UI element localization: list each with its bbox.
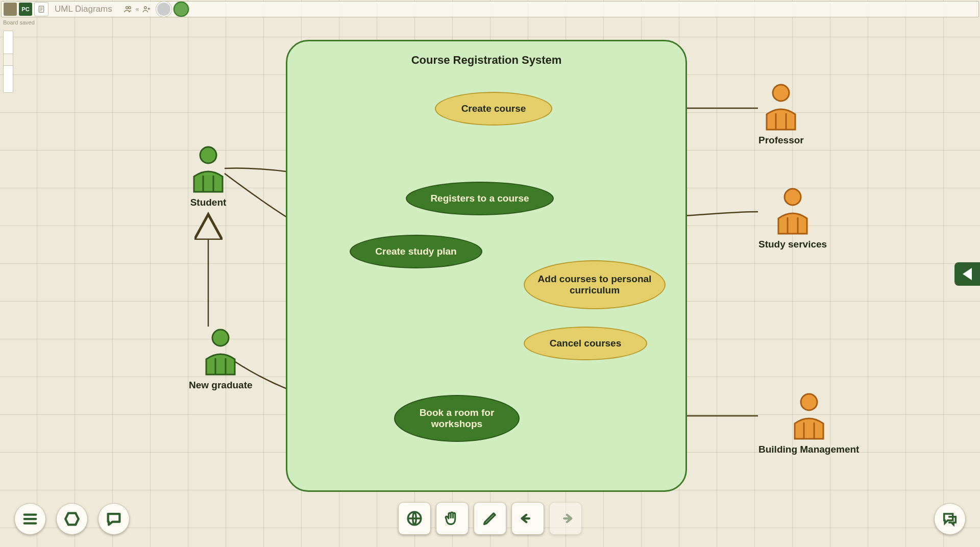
board-title[interactable]: UML Diagrams bbox=[55, 4, 112, 14]
svg-point-6 bbox=[801, 394, 817, 410]
zoom-slider[interactable] bbox=[3, 31, 13, 93]
hand-button[interactable] bbox=[436, 502, 469, 535]
svg-point-3 bbox=[212, 330, 229, 346]
actor-professor[interactable]: Professor bbox=[758, 84, 804, 146]
document-icon[interactable] bbox=[34, 2, 48, 16]
usecase-book-room[interactable]: Book a room for workshops bbox=[394, 395, 520, 442]
actor-label: Study services bbox=[758, 239, 827, 250]
group-icon[interactable] bbox=[124, 5, 133, 14]
participant-avatar-1[interactable] bbox=[156, 2, 172, 17]
svg-point-1 bbox=[144, 7, 147, 9]
menu-button[interactable] bbox=[14, 503, 46, 535]
system-title: Course Registration System bbox=[411, 54, 562, 67]
usecase-cancel-courses[interactable]: Cancel courses bbox=[524, 327, 647, 360]
chat-button[interactable] bbox=[934, 503, 966, 535]
play-icon bbox=[963, 268, 972, 280]
actor-label: New graduate bbox=[189, 380, 253, 391]
usecase-label: Create study plan bbox=[375, 246, 456, 257]
actor-label: Building Management bbox=[758, 444, 859, 455]
side-play-button[interactable] bbox=[954, 262, 980, 286]
usecase-registers-course[interactable]: Registers to a course bbox=[406, 182, 554, 215]
svg-point-5 bbox=[785, 189, 801, 205]
redo-button[interactable] bbox=[549, 502, 582, 535]
shapes-button[interactable] bbox=[56, 503, 88, 535]
usecase-label: Cancel courses bbox=[550, 338, 621, 349]
usecase-label: Book a room for workshops bbox=[402, 407, 511, 430]
user-avatar-1[interactable] bbox=[4, 3, 17, 16]
actor-study-services[interactable]: Study services bbox=[758, 188, 827, 250]
actor-new-graduate[interactable]: New graduate bbox=[189, 329, 253, 391]
actor-building-management[interactable]: Building Management bbox=[758, 393, 859, 455]
right-toolbar bbox=[934, 503, 966, 535]
participant-avatar-2[interactable] bbox=[174, 2, 189, 17]
globe-button[interactable] bbox=[398, 502, 431, 535]
svg-marker-7 bbox=[65, 513, 79, 525]
left-toolbar bbox=[14, 503, 130, 535]
usecase-label: Add courses to personal curriculum bbox=[532, 274, 657, 296]
status-text: Board saved bbox=[3, 19, 35, 26]
usecase-create-study-plan[interactable]: Create study plan bbox=[350, 235, 482, 268]
top-bar: PC UML Diagrams « bbox=[1, 1, 979, 17]
pencil-button[interactable] bbox=[474, 502, 506, 535]
center-toolbar bbox=[398, 502, 582, 535]
usecase-label: Create course bbox=[461, 103, 526, 114]
collapse-icon[interactable]: « bbox=[136, 6, 139, 13]
actor-student[interactable]: Student bbox=[189, 146, 228, 208]
svg-point-2 bbox=[200, 147, 216, 163]
svg-point-4 bbox=[773, 85, 789, 101]
usecase-add-courses[interactable]: Add courses to personal curriculum bbox=[524, 260, 666, 309]
actor-label: Professor bbox=[758, 135, 804, 146]
usecase-create-course[interactable]: Create course bbox=[435, 92, 552, 126]
add-user-icon[interactable] bbox=[142, 5, 151, 14]
actor-label: Student bbox=[190, 197, 227, 208]
user-avatar-2[interactable]: PC bbox=[19, 3, 32, 16]
comment-button[interactable] bbox=[98, 503, 130, 535]
undo-button[interactable] bbox=[511, 502, 544, 535]
usecase-label: Registers to a course bbox=[430, 193, 529, 204]
